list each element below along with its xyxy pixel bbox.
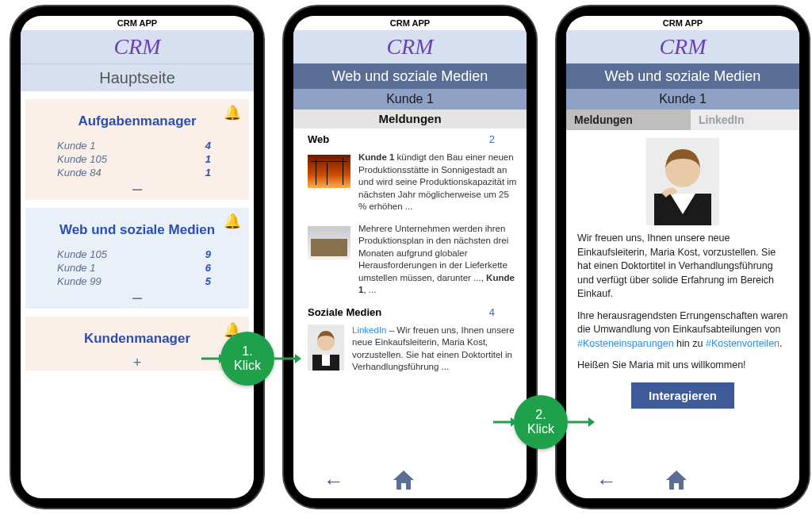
brand-logo: CRM — [113, 34, 160, 59]
card-web-title: Web und soziale Medien — [36, 222, 238, 238]
hashtag[interactable]: #Kosteneinsparungen — [577, 338, 674, 349]
brand-bar: CRM — [293, 30, 527, 63]
social-text: LinkedIn – Wir freuen uns, Ihnen unsere … — [352, 325, 519, 374]
news-thumb-icon — [308, 226, 350, 259]
phone-hauptseite: CRM APP CRM Hauptseite 🔔 Aufgabenmanager… — [11, 6, 263, 508]
web-section-row[interactable]: Web 2 — [293, 129, 527, 147]
click-badge-1: 1.Klick — [220, 332, 274, 386]
social-label: Soziale Medien — [308, 306, 381, 318]
messages-header: Meldungen — [293, 109, 527, 129]
social-section-row[interactable]: Soziale Medien 4 — [293, 301, 527, 320]
back-arrow-icon[interactable]: ← — [324, 469, 344, 494]
news-text: Mehrere Unternehmen werden ihren Produkt… — [358, 223, 519, 297]
card-customers-title: Kundenmanager — [36, 331, 238, 347]
arrow-icon — [201, 352, 225, 365]
profile-photo-icon — [308, 325, 344, 374]
collapse-toggle[interactable]: – — [36, 182, 238, 195]
web-label: Web — [308, 133, 329, 145]
customer-header: Kunde 1 — [566, 89, 799, 109]
back-arrow-icon[interactable]: ← — [596, 469, 617, 494]
hashtag[interactable]: #Kostenvorteilen — [706, 338, 779, 349]
task-row[interactable]: Kunde 1051 — [36, 152, 238, 166]
post-body: Wir freuen uns, Ihnen unsere neue Einkau… — [566, 232, 799, 373]
phone-meldungen: CRM APP CRM Web und soziale Medien Kunde… — [284, 6, 536, 508]
home-icon[interactable] — [665, 469, 688, 494]
card-web-social[interactable]: 🔔 Web und soziale Medien Kunde 1059 Kund… — [25, 208, 249, 309]
svg-rect-3 — [322, 355, 330, 366]
section-header: Web und soziale Medien — [293, 63, 527, 89]
arrow-icon — [493, 416, 517, 428]
card-tasks[interactable]: 🔔 Aufgabenmanager Kunde 14 Kunde 1051 Ku… — [25, 99, 249, 200]
news-item[interactable]: Mehrere Unternehmen werden ihren Produkt… — [293, 218, 527, 301]
bell-icon[interactable]: 🔔 — [224, 104, 241, 121]
click-badge-2: 2.Klick — [514, 395, 568, 449]
phone-linkedin-post: CRM APP CRM Web und soziale Medien Kunde… — [557, 6, 809, 508]
customer-header: Kunde 1 — [293, 89, 527, 109]
status-bar: CRM APP — [566, 16, 799, 30]
home-icon[interactable] — [392, 469, 416, 494]
brand-bar: CRM — [566, 30, 799, 63]
bottom-nav: ← — [566, 469, 799, 494]
task-row[interactable]: Kunde 841 — [36, 166, 238, 179]
status-bar: CRM APP — [21, 16, 254, 30]
news-text: Kunde 1 kündigt den Bau einer neuen Prod… — [358, 152, 519, 213]
web-count: 2 — [489, 133, 495, 145]
task-row[interactable]: Kunde 14 — [36, 139, 238, 152]
brand-logo: CRM — [386, 34, 433, 59]
arrow-icon — [568, 416, 595, 428]
arrow-icon — [274, 352, 301, 365]
tab-meldungen[interactable]: Meldungen — [566, 109, 691, 130]
tab-linkedin[interactable]: LinkedIn — [691, 109, 799, 130]
status-bar: CRM APP — [293, 16, 527, 30]
brand-bar: CRM — [21, 30, 254, 63]
page-title: Hauptseite — [21, 63, 254, 91]
brand-logo: CRM — [659, 34, 706, 59]
section-header: Web und soziale Medien — [566, 63, 799, 89]
web-row[interactable]: Kunde 16 — [36, 261, 238, 275]
bottom-nav: ← — [293, 469, 527, 494]
social-item-linkedin[interactable]: LinkedIn – Wir freuen uns, Ihnen unsere … — [293, 320, 527, 378]
interact-button[interactable]: Interagieren — [631, 382, 734, 409]
news-item[interactable]: Kunde 1 kündigt den Bau einer neuen Prod… — [293, 147, 527, 218]
tabs: Meldungen LinkedIn — [566, 109, 799, 130]
news-thumb-icon — [308, 155, 350, 188]
bell-icon[interactable]: 🔔 — [224, 213, 241, 230]
web-row[interactable]: Kunde 1059 — [36, 248, 238, 261]
profile-photo-icon — [566, 138, 799, 225]
social-count: 4 — [489, 306, 495, 318]
web-row[interactable]: Kunde 995 — [36, 275, 238, 288]
collapse-toggle[interactable]: – — [36, 291, 238, 304]
card-tasks-title: Aufgabenmanager — [36, 113, 238, 129]
